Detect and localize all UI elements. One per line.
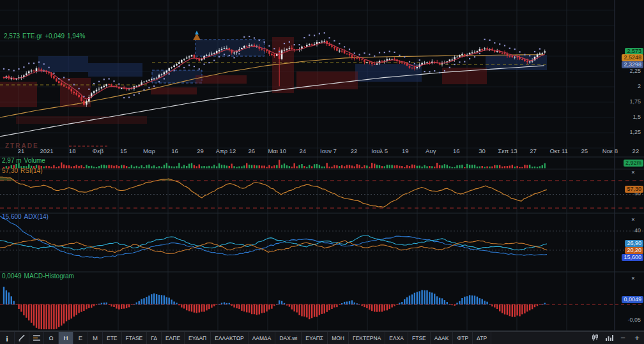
time-axis-label: Σεπ 13 — [494, 147, 522, 154]
adx-legend: 15,600ADX(14) — [2, 213, 51, 220]
time-axis-label: 27 — [519, 147, 548, 154]
symbol-tab-ΕΛΛΑΚΤΩΡ[interactable]: ΕΛΛΑΚΤΩΡ — [211, 332, 248, 344]
pencil-tool-button[interactable] — [15, 332, 29, 344]
time-axis-label: Οκτ 11 — [545, 147, 573, 154]
toolbar-right-group: −+ — [588, 332, 644, 344]
last-price-value: 2,573 — [4, 33, 20, 40]
macd-legend: 0,0049MACD-Histogram — [2, 273, 77, 280]
symbol-tab-ΜΟΗ[interactable]: ΜΟΗ — [328, 332, 349, 344]
symbol-tab-FTSE[interactable]: FTSE — [408, 332, 431, 344]
time-axis-label: 18 — [58, 147, 86, 154]
chart-canvas[interactable] — [0, 0, 644, 332]
time-axis-label: 25 — [571, 147, 599, 154]
toolbar-tools: i — [0, 332, 44, 344]
time-axis-label: 30 — [468, 147, 496, 154]
symbol-tab-ΕΥΑΠΣ[interactable]: ΕΥΑΠΣ — [302, 332, 328, 344]
time-axis-label: 19 — [391, 147, 419, 154]
candlestick-type-button[interactable] — [588, 332, 602, 344]
value-axis-label: 1,5 — [632, 114, 641, 120]
time-axis-label: 16 — [160, 147, 188, 154]
time-axis-label: 29 — [187, 147, 215, 154]
symbol-tab-ΕΥΔΑΠ[interactable]: ΕΥΔΑΠ — [185, 332, 211, 344]
indicators-tool-button[interactable] — [29, 332, 44, 344]
time-axis-label: 22 — [622, 147, 644, 154]
pencil-icon — [18, 333, 26, 344]
adx-label: ADX(14) — [24, 213, 49, 220]
symbol-tab-ΦΤΡ[interactable]: ΦΤΡ — [453, 332, 473, 344]
time-axis-label: Φεβ — [84, 147, 112, 154]
period-button-Μ[interactable]: Μ — [88, 332, 103, 344]
toolbar-periods: ΩΗΕΜ — [44, 332, 103, 344]
rsi-badge: 57,30 — [625, 186, 643, 193]
time-axis-label: Μαρ — [135, 147, 163, 154]
symbol-tab-ΕΛΧΑ[interactable]: ΕΛΧΑ — [385, 332, 408, 344]
symbol-tab-ΓΔ[interactable]: ΓΔ — [147, 332, 162, 344]
trading-app-window: { "meta": {"watermark": "ZTRADE", "symbo… — [0, 0, 644, 344]
time-axis-label: Νοε 8 — [596, 147, 624, 154]
value-axis-label: 40 — [634, 227, 641, 234]
ma-fast-badge: 2,5248 — [622, 54, 643, 61]
volume-label: Volume — [24, 157, 45, 164]
ma-slow-badge: 2,3298 — [622, 61, 643, 68]
zoom-in-button[interactable]: + — [630, 332, 644, 344]
panel-close-icon[interactable]: × — [630, 275, 636, 281]
macd-value: 0,0049 — [2, 273, 22, 280]
rsi-legend: 57,30RSI(14) — [2, 167, 45, 174]
price-change-pct: 1,94% — [67, 33, 85, 40]
symbol-tab-ΕΤΕ[interactable]: ΕΤΕ — [103, 332, 122, 344]
info-tool-button[interactable]: i — [0, 332, 15, 344]
macd-badge: 0,0049 — [622, 296, 643, 303]
symbol-tab-FTASE[interactable]: FTASE — [122, 332, 148, 344]
time-axis-label: 2021 — [33, 147, 61, 154]
value-axis-label: 2,25 — [629, 68, 641, 74]
value-axis-label: -0,05 — [627, 317, 641, 323]
time-axis-label: Ιουλ 5 — [365, 147, 394, 154]
volume-badge: 2,92m — [624, 160, 643, 167]
time-axis-label: Αυγ — [417, 147, 445, 154]
symbol-tab-ΔΤΡ[interactable]: ΔΤΡ — [473, 332, 491, 344]
macd-label: MACD-Histogram — [24, 273, 74, 280]
symbol-tab-DAX.wi[interactable]: DAX.wi — [275, 332, 302, 344]
price-change: +0,049 — [45, 33, 65, 40]
time-axis-label: 16 — [442, 147, 470, 154]
adx-value: 15,600 — [2, 213, 22, 220]
time-axis-label: 21 — [7, 147, 35, 154]
symbol-label: ETE.gr — [22, 33, 42, 40]
time-axis-label: 26 — [238, 147, 266, 154]
value-axis-label: 1,75 — [629, 98, 641, 105]
time-axis-label: Μαι 10 — [263, 147, 291, 154]
volume-value: 2,97 m — [2, 157, 22, 164]
candlestick-icon — [591, 333, 599, 344]
value-axis-label: 2 — [638, 83, 641, 89]
symbol-tab-ΛΑΜΔΑ[interactable]: ΛΑΜΔΑ — [249, 332, 276, 344]
symbol-tab-ΑΔΑΚ[interactable]: ΑΔΑΚ — [431, 332, 454, 344]
rsi-value: 57,30 — [2, 167, 18, 174]
bottom-toolbar: i ΩΗΕΜ ΕΤΕFTASEΓΔΕΛΠΕΕΥΔΑΠΕΛΛΑΚΤΩΡΛΑΜΔΑD… — [0, 331, 644, 344]
price-legend: 2,573ETE.gr+0,0491,94% — [4, 33, 88, 40]
indicators-icon — [33, 333, 41, 344]
di-minus-badge: 20,20 — [625, 247, 643, 254]
time-axis-label: 24 — [289, 147, 317, 154]
rsi-label: RSI(14) — [20, 167, 42, 174]
value-axis-label: 1,25 — [629, 129, 641, 135]
bar-chart-icon — [605, 333, 613, 344]
di-plus-badge: 26,90 — [625, 240, 643, 247]
info-icon: i — [6, 333, 8, 344]
toolbar-symbols: ΕΤΕFTASEΓΔΕΛΠΕΕΥΔΑΠΕΛΛΑΚΤΩΡΛΑΜΔΑDAX.wiΕΥ… — [103, 332, 491, 344]
period-button-Ω[interactable]: Ω — [44, 332, 59, 344]
bar-chart-type-button[interactable] — [602, 332, 616, 344]
period-button-Ε[interactable]: Ε — [73, 332, 88, 344]
period-button-Η[interactable]: Η — [59, 332, 73, 344]
adx-badge: 15,600 — [622, 254, 643, 261]
time-axis-label: Ιουν 7 — [314, 147, 342, 154]
time-axis-label: Απρ 12 — [212, 147, 240, 154]
symbol-tab-ΓΕΚΤΕΡΝΑ[interactable]: ΓΕΚΤΕΡΝΑ — [349, 332, 385, 344]
volume-legend: 2,97 mVolume — [2, 157, 48, 164]
symbol-tab-ΕΛΠΕ[interactable]: ΕΛΠΕ — [162, 332, 185, 344]
time-axis-label: 22 — [340, 147, 368, 154]
panel-close-icon[interactable]: × — [630, 216, 636, 223]
panel-close-icon[interactable]: × — [630, 169, 636, 176]
zoom-out-button[interactable]: − — [616, 332, 630, 344]
time-axis-label: 15 — [109, 147, 137, 154]
